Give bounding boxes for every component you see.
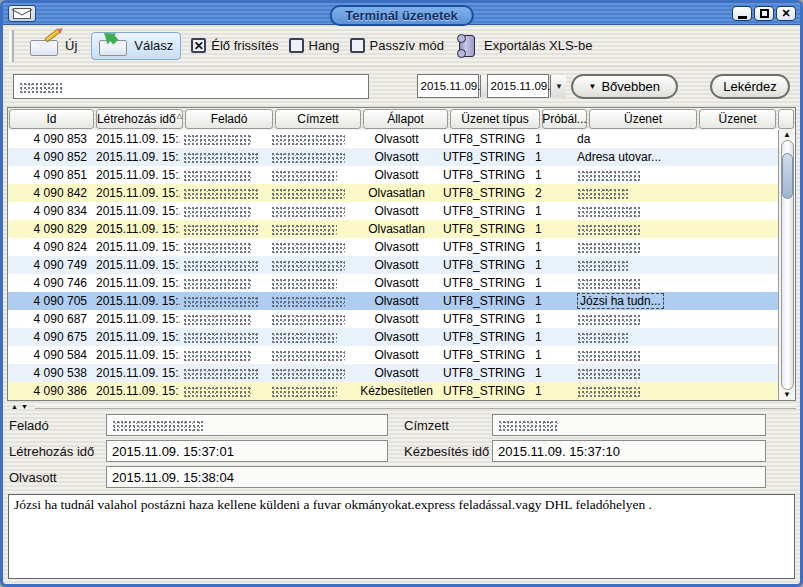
message-body-textarea[interactable]: Józsi ha tudnál valahol postázni haza ke… xyxy=(8,494,795,579)
splitter-collapse-up-button[interactable]: ▲ xyxy=(11,403,18,410)
minimize-button[interactable] xyxy=(732,6,752,21)
search-input[interactable] xyxy=(13,74,369,99)
redacted-text xyxy=(183,296,259,307)
column-header[interactable]: Üzenet xyxy=(589,109,697,129)
passive-mode-checkbox[interactable]: Passzív mód xyxy=(350,38,444,53)
from-field[interactable] xyxy=(106,414,388,436)
export-xls-button[interactable]: Exportálás XLS-be xyxy=(450,31,600,61)
live-refresh-checkbox[interactable]: ✕ Élő frissítés xyxy=(191,38,278,53)
table-cell: 2015.11.09. 15:... xyxy=(93,346,180,364)
redacted-text xyxy=(271,368,345,379)
column-header[interactable]: Id xyxy=(9,109,94,129)
date-to-combobox[interactable]: 2015.11.09. ▼ xyxy=(487,74,549,98)
table-cell xyxy=(574,220,682,238)
split-pane-divider[interactable]: ▲ ▼ xyxy=(3,401,800,412)
vertical-scrollbar[interactable]: ▲ ▼ xyxy=(778,130,795,400)
table-row[interactable]: 4 090 8532015.11.09. 15:...OlvasottUTF8_… xyxy=(8,130,778,148)
sound-checkbox[interactable]: Hang xyxy=(289,38,340,53)
table-cell xyxy=(268,382,354,400)
table-row[interactable]: 4 090 5842015.11.09. 15:...OlvasottUTF8_… xyxy=(8,346,778,364)
column-header[interactable]: Próbál... xyxy=(542,109,587,129)
toolbar-grip[interactable] xyxy=(9,30,14,62)
redacted-text xyxy=(271,206,345,217)
table-row[interactable]: 4 090 8242015.11.09. 15:...OlvasottUTF8_… xyxy=(8,238,778,256)
column-header[interactable]: Üzenet típus xyxy=(450,109,540,129)
table-row[interactable]: 4 090 8512015.11.09. 15:...OlvasottUTF8_… xyxy=(8,166,778,184)
new-message-button[interactable]: Új xyxy=(22,32,85,60)
maximize-button[interactable] xyxy=(754,6,774,21)
reply-icon xyxy=(99,36,129,56)
table-row[interactable]: 4 090 8342015.11.09. 15:...OlvasottUTF8_… xyxy=(8,202,778,220)
redacted-text xyxy=(183,332,259,343)
table-row[interactable]: 4 090 8292015.11.09. 15:...OlvasatlanUTF… xyxy=(8,220,778,238)
redacted-text xyxy=(183,188,259,199)
table-row[interactable]: 4 090 7492015.11.09. 15:...OlvasottUTF8_… xyxy=(8,256,778,274)
table-row[interactable]: 4 090 3862015.11.09. 15:KézbesítetlenUTF… xyxy=(8,382,778,400)
table-cell xyxy=(180,166,268,184)
redacted-text xyxy=(183,314,251,325)
table-cell: UTF8_STRING xyxy=(439,346,529,364)
table-cell xyxy=(268,148,354,166)
scroll-down-icon[interactable]: ▼ xyxy=(783,391,791,399)
checkbox-icon xyxy=(289,38,304,53)
column-header[interactable]: Feladó xyxy=(185,109,273,129)
redacted-text xyxy=(577,206,641,217)
query-button[interactable]: Lekérdez xyxy=(710,74,790,99)
scrollbar-track[interactable] xyxy=(781,140,794,390)
reply-button[interactable]: Válasz xyxy=(91,32,181,60)
read-field[interactable]: 2015.11.09. 15:38:04 xyxy=(106,466,766,488)
table-cell xyxy=(180,364,268,382)
table-cell: 4 090 853 xyxy=(8,130,93,148)
table-cell xyxy=(682,148,778,166)
table-cell: 4 090 852 xyxy=(8,148,93,166)
redacted-text xyxy=(271,278,337,289)
redacted-text xyxy=(271,134,345,145)
date-from-combobox[interactable]: 2015.11.09. ▼ xyxy=(417,74,479,98)
table-row[interactable]: 4 090 8422015.11.09. 15:...OlvasatlanUTF… xyxy=(8,184,778,202)
table-cell xyxy=(574,238,682,256)
table-cell xyxy=(268,202,354,220)
close-button[interactable]: ✕ xyxy=(776,6,796,21)
scroll-icon xyxy=(459,35,475,57)
table-cell: UTF8_STRING xyxy=(439,130,529,148)
table-cell: 1 xyxy=(529,148,574,166)
table-cell: Olvasott xyxy=(354,256,439,274)
table-cell: Olvasott xyxy=(354,364,439,382)
dropdown-arrow-icon[interactable]: ▼ xyxy=(550,75,566,97)
table-cell xyxy=(682,364,778,382)
table-cell xyxy=(268,328,354,346)
table-cell xyxy=(268,130,354,148)
redacted-text xyxy=(271,296,345,307)
created-field[interactable]: 2015.11.09. 15:37:01 xyxy=(106,440,388,462)
table-cell: 1 xyxy=(529,166,574,184)
table-cell: UTF8_STRING xyxy=(439,148,529,166)
table-cell: 2015.11.09. 15:... xyxy=(93,292,180,310)
table-cell xyxy=(574,184,682,202)
table-row[interactable]: 4 090 7462015.11.09. 15:...OlvasottUTF8_… xyxy=(8,274,778,292)
scrollbar-thumb[interactable] xyxy=(782,153,793,199)
scroll-up-icon[interactable]: ▲ xyxy=(783,131,791,139)
column-header[interactable]: Állapot xyxy=(363,109,448,129)
table-cell: da xyxy=(574,130,682,148)
splitter-collapse-down-button[interactable]: ▼ xyxy=(21,403,28,410)
window-menu-button[interactable] xyxy=(8,5,36,22)
table-cell: UTF8_STRING xyxy=(439,220,529,238)
more-options-button[interactable]: ▼ Bővebben xyxy=(571,74,678,99)
table-cell xyxy=(574,274,682,292)
read-label: Olvasott xyxy=(9,470,106,485)
column-header[interactable]: Létrehozás idő△ xyxy=(96,109,183,129)
table-row[interactable]: 4 090 5382015.11.09. 15:...OlvasottUTF8_… xyxy=(8,364,778,382)
table-row[interactable]: 4 090 6752015.11.09. 15:...OlvasottUTF8_… xyxy=(8,328,778,346)
to-field[interactable] xyxy=(492,414,766,436)
table-cell: 2015.11.09. 15:... xyxy=(93,364,180,382)
table-cell: UTF8_STRING xyxy=(439,256,529,274)
redacted-text xyxy=(577,368,641,379)
column-header[interactable]: Címzett xyxy=(275,109,361,129)
column-header[interactable]: Üzenet xyxy=(699,109,776,129)
table-row[interactable]: 4 090 8522015.11.09. 15:...OlvasottUTF8_… xyxy=(8,148,778,166)
redacted-search-text xyxy=(19,82,63,93)
table-row[interactable]: 4 090 6872015.11.09. 15:...OlvasottUTF8_… xyxy=(8,310,778,328)
table-row[interactable]: 4 090 7052015.11.09. 15:...OlvasottUTF8_… xyxy=(8,292,778,310)
delivered-field[interactable]: 2015.11.09. 15:37:10 xyxy=(492,440,766,462)
redacted-text xyxy=(271,332,337,343)
